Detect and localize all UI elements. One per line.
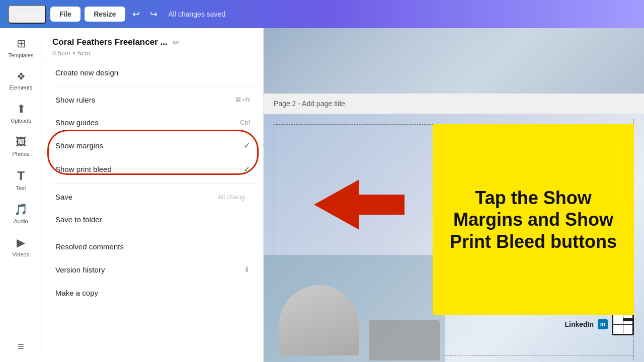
- redo-button[interactable]: ↪: [147, 6, 160, 23]
- file-label: File: [59, 10, 71, 18]
- templates-icon: ⊞: [17, 37, 26, 50]
- menu-item-show-rulers[interactable]: Show rulers ⌘+R: [44, 88, 261, 111]
- audio-icon: 🎵: [14, 203, 28, 216]
- more-icon: ≡: [18, 340, 24, 353]
- make-copy-label: Make a copy: [55, 289, 98, 297]
- file-title: Coral Feathers Freelancer ...: [52, 37, 168, 47]
- page-title: Page 2 - Add page title: [274, 100, 345, 108]
- sidebar-elements-label: Elements: [10, 84, 33, 90]
- menu-item-show-print-bleed[interactable]: Show print bleed ✓: [44, 157, 261, 181]
- print-bleed-check-icon: ✓: [244, 164, 250, 174]
- sidebar-text-label: Text: [16, 185, 26, 191]
- sidebar-audio-label: Audio: [14, 218, 28, 224]
- sidebar-videos-label: Videos: [13, 251, 29, 257]
- desk-preview: [264, 255, 445, 362]
- highlight-section: Show margins ✓ Show print bleed ✓: [42, 134, 263, 181]
- top-banner: [264, 28, 644, 94]
- undo-button[interactable]: ↩: [129, 6, 143, 23]
- menu-item-save-to-folder[interactable]: Save to folder: [44, 208, 261, 231]
- menu-item-show-margins[interactable]: Show margins ✓: [44, 134, 261, 157]
- edit-title-icon[interactable]: ✏: [173, 38, 179, 47]
- elements-icon: ❖: [17, 70, 26, 82]
- divider-3: [50, 233, 255, 233]
- file-dropdown-panel: Coral Feathers Freelancer ... ✏ 8.5cm × …: [42, 28, 264, 362]
- page-title-bar[interactable]: Page 2 - Add page title: [264, 94, 644, 114]
- sidebar-item-more[interactable]: ≡: [2, 335, 40, 358]
- sidebar-item-elements[interactable]: ❖ Elements: [2, 65, 40, 96]
- sidebar-uploads-label: Uploads: [11, 118, 31, 124]
- divider-1: [50, 86, 255, 86]
- dropdown-header: Coral Feathers Freelancer ... ✏ 8.5cm × …: [42, 28, 263, 61]
- menu-item-resolved-comments[interactable]: Resolved comments: [44, 235, 261, 258]
- sidebar: ⊞ Templates ❖ Elements ⬆ Uploads 🖼 Photo…: [0, 28, 42, 362]
- annotation-box: Tap the Show Margins and Show Print Blee…: [433, 124, 634, 315]
- version-history-icon: ⬇: [244, 265, 250, 275]
- sidebar-templates-label: Templates: [8, 52, 33, 58]
- guides-shortcut: Ctrl: [240, 119, 250, 126]
- page-content: Tap the Show Margins and Show Print Blee…: [264, 114, 644, 362]
- undo-icon: ↩: [132, 9, 140, 20]
- menu-item-version-history[interactable]: Version history ⬇: [44, 258, 261, 282]
- file-subtitle: 8.5cm × 5cm: [52, 49, 253, 57]
- resolved-comments-label: Resolved comments: [55, 242, 124, 251]
- menu-item-save[interactable]: Save All chang...: [44, 186, 261, 208]
- chevron-left-icon: ‹: [14, 9, 17, 20]
- sidebar-item-audio[interactable]: 🎵 Audio: [2, 198, 40, 229]
- home-label: Home: [20, 10, 40, 19]
- sidebar-item-templates[interactable]: ⊞ Templates: [2, 32, 40, 63]
- save-status: All changes saved: [169, 10, 226, 18]
- svg-marker-0: [314, 179, 405, 230]
- linkedin-section: LinkedIn in: [565, 313, 634, 335]
- uploads-icon: ⬆: [17, 103, 26, 116]
- red-arrow: [314, 179, 405, 230]
- show-rulers-label: Show rulers: [55, 96, 95, 104]
- sidebar-photos-label: Photos: [12, 151, 29, 157]
- show-margins-label: Show margins: [55, 141, 103, 150]
- divider-2: [50, 183, 255, 184]
- canvas-area: Page 2 - Add page title Tap the Show Mar…: [264, 28, 644, 362]
- sidebar-item-videos[interactable]: ▶ Videos: [2, 231, 40, 262]
- topbar: ‹ Home File Resize ↩ ↪ All changes saved: [0, 0, 644, 28]
- create-new-label: Create new design: [55, 68, 118, 77]
- redo-icon: ↪: [150, 9, 157, 20]
- photos-icon: 🖼: [16, 136, 27, 149]
- annotation-text: Tap the Show Margins and Show Print Blee…: [448, 187, 619, 252]
- resize-label: Resize: [94, 10, 116, 18]
- rulers-shortcut: ⌘+R: [235, 96, 250, 104]
- save-faded-text: All chang...: [218, 193, 250, 201]
- version-history-label: Version history: [55, 265, 105, 274]
- sidebar-item-uploads[interactable]: ⬆ Uploads: [2, 98, 40, 129]
- menu-item-make-copy[interactable]: Make a copy: [44, 282, 261, 304]
- menu-item-show-guides[interactable]: Show guides Ctrl: [44, 111, 261, 134]
- main-layout: ⊞ Templates ❖ Elements ⬆ Uploads 🖼 Photo…: [0, 28, 644, 362]
- save-to-folder-label: Save to folder: [55, 215, 102, 224]
- back-home-button[interactable]: ‹ Home: [8, 5, 46, 24]
- text-icon: T: [17, 169, 25, 183]
- sidebar-item-photos[interactable]: 🖼 Photos: [2, 131, 40, 162]
- sidebar-item-text[interactable]: T Text: [2, 164, 40, 196]
- menu-item-create-new[interactable]: Create new design: [44, 61, 261, 84]
- show-guides-label: Show guides: [55, 118, 99, 127]
- show-print-bleed-label: Show print bleed: [55, 165, 112, 173]
- file-button[interactable]: File: [50, 7, 80, 22]
- margins-check-icon: ✓: [244, 141, 250, 150]
- save-label: Save: [55, 193, 72, 201]
- resize-button[interactable]: Resize: [85, 7, 125, 22]
- videos-icon: ▶: [17, 236, 25, 249]
